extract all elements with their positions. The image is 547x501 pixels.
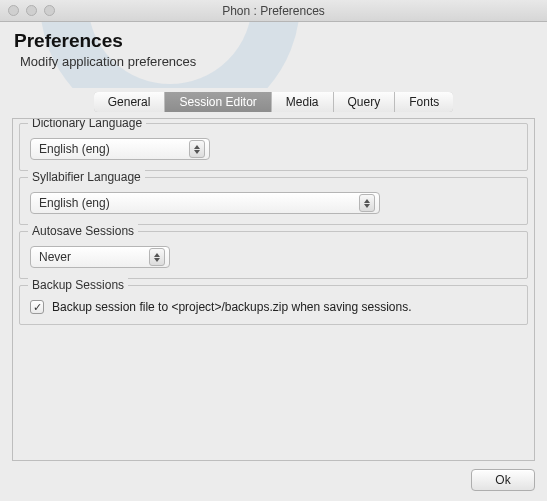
content-wrap: Dictionary Language English (eng) Syllab… (0, 112, 547, 461)
page-subtitle: Modify application preferences (14, 54, 533, 69)
syllabifier-language-select[interactable]: English (eng) (30, 192, 380, 214)
updown-arrows-icon (189, 140, 205, 158)
ok-button[interactable]: Ok (471, 469, 535, 491)
tab-fonts[interactable]: Fonts (395, 92, 453, 112)
checkmark-icon: ✓ (33, 302, 42, 313)
window-title: Phon : Preferences (0, 4, 547, 18)
tab-media[interactable]: Media (272, 92, 334, 112)
tab-general[interactable]: General (94, 92, 166, 112)
page-title: Preferences (14, 30, 533, 52)
titlebar: Phon : Preferences (0, 0, 547, 22)
group-title-autosave: Autosave Sessions (28, 224, 138, 238)
zoom-window-button[interactable] (44, 5, 55, 16)
tab-session-editor[interactable]: Session Editor (165, 92, 271, 112)
group-title-backup: Backup Sessions (28, 278, 128, 292)
dictionary-language-value: English (eng) (39, 142, 110, 156)
backup-checkbox[interactable]: ✓ (30, 300, 44, 314)
autosave-interval-select[interactable]: Never (30, 246, 170, 268)
autosave-interval-value: Never (39, 250, 71, 264)
close-window-button[interactable] (8, 5, 19, 16)
footer: Ok (0, 461, 547, 501)
group-dictionary-language: Dictionary Language English (eng) (19, 123, 528, 171)
minimize-window-button[interactable] (26, 5, 37, 16)
dictionary-language-select[interactable]: English (eng) (30, 138, 210, 160)
group-backup-sessions: Backup Sessions ✓ Backup session file to… (19, 285, 528, 325)
updown-arrows-icon (359, 194, 375, 212)
group-syllabifier-language: Syllabifier Language English (eng) (19, 177, 528, 225)
header-area: Preferences Modify application preferenc… (0, 22, 547, 88)
backup-checkbox-label: Backup session file to <project>/backups… (52, 300, 412, 314)
tab-set: General Session Editor Media Query Fonts (94, 92, 453, 112)
tab-bar: General Session Editor Media Query Fonts (0, 88, 547, 112)
syllabifier-language-value: English (eng) (39, 196, 110, 210)
tab-query[interactable]: Query (334, 92, 396, 112)
group-title-syllabifier: Syllabifier Language (28, 170, 145, 184)
window-controls (0, 5, 55, 16)
updown-arrows-icon (149, 248, 165, 266)
group-autosave-sessions: Autosave Sessions Never (19, 231, 528, 279)
settings-panel: Dictionary Language English (eng) Syllab… (12, 118, 535, 461)
group-title-dictionary: Dictionary Language (28, 118, 146, 130)
